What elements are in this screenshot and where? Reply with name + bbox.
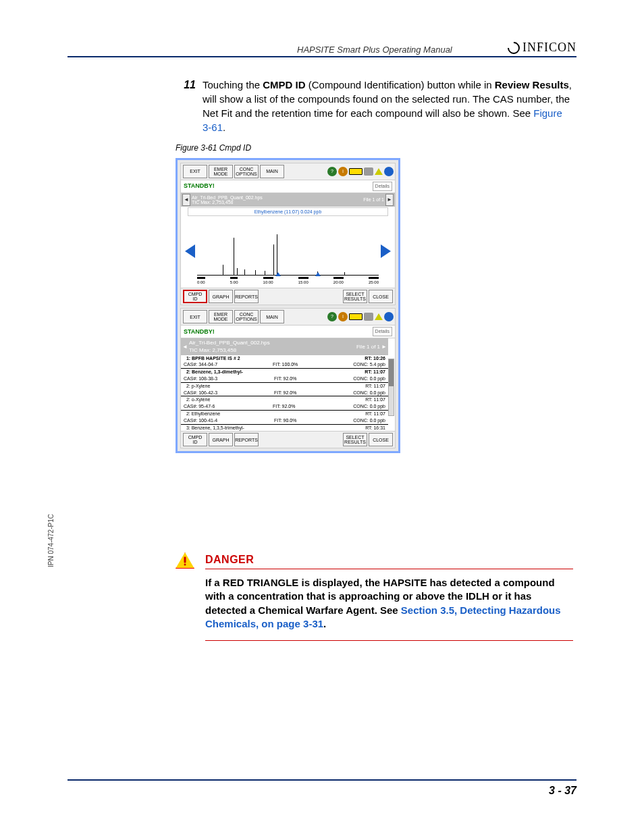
page-header: HAPSITE Smart Plus Operating Manual INFI… — [68, 41, 576, 57]
x-tick: 15:00 — [298, 277, 308, 285]
list-panel: EXIT EMER MODE CONC OPTIONS MAIN ? i STA… — [180, 308, 396, 448]
standby-bar: STANDBY! Details — [181, 180, 395, 193]
file-prev-button[interactable]: ◄ — [182, 343, 188, 350]
compound-detail-row: CAS#: 344-04-7FIT: 100.0%CONC: 5.4 ppb — [181, 361, 388, 369]
info-icon[interactable]: i — [338, 167, 348, 176]
emer-mode-button[interactable]: EMER MODE — [209, 310, 233, 323]
danger-block: DANGER If a RED TRIANGLE is displayed, t… — [176, 554, 573, 648]
tic-max: TIC Max: 2,753,458 — [192, 200, 263, 205]
conc-options-button[interactable]: CONC OPTIONS — [234, 165, 259, 178]
bottom-toolbar: CMPD ID GRAPH REPORTS SELECT RESULTS CLO… — [181, 288, 395, 305]
standby-label: STANDBY! — [184, 328, 215, 336]
danger-rule — [205, 569, 573, 569]
compound-detail-row: CAS#: 108-38-3FIT: 92.0%CONC: 0.0 ppb — [181, 375, 388, 383]
danger-text: If a RED TRIANGLE is displayed, the HAPS… — [205, 576, 573, 631]
details-button[interactable]: Details — [373, 182, 392, 191]
compound-name-row[interactable]: 1: BPFB HAPSITE IS # 2RT: 10:26 — [181, 355, 388, 362]
stamp-icon — [364, 167, 373, 176]
x-tick: 5:00 — [230, 277, 238, 285]
x-tick: 10:00 — [263, 277, 273, 285]
close-button[interactable]: CLOSE — [369, 433, 393, 446]
help-icon[interactable]: ? — [327, 167, 337, 176]
globe-icon[interactable] — [384, 312, 394, 321]
main-content: 11 Touching the CMPD ID (Compound Identi… — [176, 78, 573, 453]
compound-name-row[interactable]: 2: Benzene, 1,3-dimethyl-RT: 11:07 — [181, 369, 388, 375]
main-button[interactable]: MAIN — [260, 310, 284, 323]
step-block: 11 Touching the CMPD ID (Compound Identi… — [176, 78, 573, 134]
brand-name: INFICON — [522, 41, 576, 55]
top-toolbar: EXIT EMER MODE CONC OPTIONS MAIN ? i — [181, 163, 395, 180]
brand-logo: INFICON — [508, 41, 576, 55]
file-count: File 1 of 1 — [356, 343, 380, 350]
file-name: Air_Tri-Bed_PPB_Quant_002.hps — [189, 339, 270, 346]
danger-rule-bottom — [205, 640, 573, 641]
cmpd-id-button[interactable]: CMPD ID — [183, 433, 207, 446]
exit-button[interactable]: EXIT — [183, 165, 207, 178]
file-bar-2: ◄ Air_Tri-Bed_PPB_Quant_002.hps TIC Max:… — [181, 338, 388, 355]
compound-name-row[interactable]: 2: EthylbenzeneRT: 11:07 — [181, 411, 388, 417]
warning-triangle-icon — [375, 313, 383, 320]
select-results-button[interactable]: SELECT RESULTS — [343, 433, 367, 446]
danger-triangle-icon — [176, 552, 197, 569]
help-icon[interactable]: ? — [327, 312, 337, 321]
compound-rows: 1: BPFB HAPSITE IS # 2RT: 10:26CAS#: 344… — [181, 355, 388, 432]
close-button[interactable]: CLOSE — [369, 290, 393, 303]
compound-detail-row: CAS#: 106-42-3FIT: 92.0%CONC: 0.0 ppb — [181, 390, 388, 397]
danger-body: DANGER If a RED TRIANGLE is displayed, t… — [205, 554, 573, 648]
step-text: (Compound Identification) button while i… — [306, 79, 495, 90]
reports-button[interactable]: REPORTS — [234, 290, 259, 303]
compound-name-row[interactable]: 2: o-XyleneRT: 11:07 — [181, 396, 388, 403]
header-title: HAPSITE Smart Plus Operating Manual — [297, 45, 452, 55]
danger-title: DANGER — [205, 554, 573, 566]
battery-icon — [349, 168, 363, 175]
top-toolbar-2: EXIT EMER MODE CONC OPTIONS MAIN ? i — [181, 309, 395, 325]
select-results-button[interactable]: SELECT RESULTS — [343, 290, 367, 303]
file-info: Air_Tri-Bed_PPB_Quant_002.hps TIC Max: 2… — [192, 195, 263, 205]
figure-caption: Figure 3-61 Cmpd ID — [176, 142, 573, 154]
peak-highlight-label: Ethylbenzene (11:07) 0.024 ppb — [188, 207, 388, 217]
chart-next-icon[interactable] — [381, 244, 391, 258]
chart-x-axis: 0:00 5:00 10:00 15:00 20:00 25:00 — [197, 277, 379, 285]
details-button[interactable]: Details — [373, 327, 392, 336]
file-info: Air_Tri-Bed_PPB_Quant_002.hps TIC Max: 2… — [189, 339, 270, 354]
status-icons: ? i — [327, 312, 394, 321]
chromatogram-chart[interactable]: 0:00 5:00 10:00 15:00 20:00 25:00 — [184, 217, 392, 285]
emer-mode-button[interactable]: EMER MODE — [209, 165, 233, 178]
scroll-thumb[interactable] — [389, 359, 394, 386]
cmpd-id-term: CMPD ID — [263, 79, 305, 90]
chart-prev-icon[interactable] — [185, 244, 195, 258]
cmpd-id-button[interactable]: CMPD ID — [183, 290, 207, 303]
chart-marker-icon — [315, 272, 321, 276]
logo-swirl-icon — [505, 39, 522, 56]
reports-button[interactable]: REPORTS — [234, 433, 259, 446]
step-body: Touching the CMPD ID (Compound Identific… — [203, 78, 573, 134]
file-next-button[interactable]: ► — [385, 194, 394, 206]
file-next-button[interactable]: ► — [381, 343, 387, 350]
tic-max: TIC Max: 2,753,458 — [189, 346, 270, 354]
status-icons: ? i — [327, 167, 394, 176]
file-name: Air_Tri-Bed_PPB_Quant_002.hps — [192, 195, 263, 200]
globe-icon[interactable] — [384, 167, 394, 176]
danger-text-end: . — [323, 618, 326, 629]
step-number: 11 — [176, 78, 203, 134]
standby-label: STANDBY! — [184, 182, 215, 190]
graph-button[interactable]: GRAPH — [209, 290, 233, 303]
info-icon[interactable]: i — [338, 312, 348, 321]
review-term: Review Results — [495, 79, 569, 90]
scrollbar[interactable] — [388, 359, 394, 416]
conc-options-button[interactable]: CONC OPTIONS — [234, 310, 259, 323]
graph-button[interactable]: GRAPH — [209, 433, 233, 446]
compound-name-row[interactable]: 3: Benzene, 1,3,5-trimethyl-RT: 16:31 — [181, 425, 388, 432]
compound-list: ◄ Air_Tri-Bed_PPB_Quant_002.hps TIC Max:… — [181, 338, 395, 431]
main-button[interactable]: MAIN — [260, 165, 284, 178]
battery-icon — [349, 313, 363, 320]
side-note: IPN 074-472-P1C — [47, 514, 55, 567]
exit-button[interactable]: EXIT — [183, 310, 207, 323]
compound-detail-row: CAS#: 100-41-4FIT: 90.0%CONC: 0.0 ppb — [181, 417, 388, 425]
compound-detail-row: CAS#: 95-47-6FIT: 92.0%CONC: 0.0 ppb — [181, 403, 388, 411]
compound-name-row[interactable]: 2: p-XyleneRT: 11:07 — [181, 383, 388, 390]
toolbar-spacer — [260, 290, 342, 303]
graph-panel: EXIT EMER MODE CONC OPTIONS MAIN ? i STA… — [180, 163, 396, 306]
toolbar-spacer — [260, 433, 342, 446]
file-prev-button[interactable]: ◄ — [182, 194, 190, 206]
